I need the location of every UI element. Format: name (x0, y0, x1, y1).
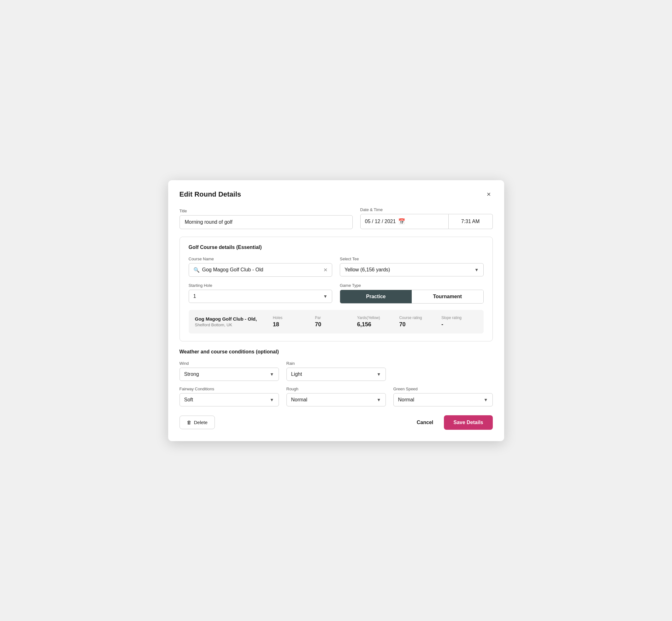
delete-button[interactable]: 🗑 Delete (179, 416, 215, 429)
search-icon: 🔍 (194, 267, 200, 273)
datetime-label: Date & Time (360, 207, 493, 212)
course-rating-stat: Course rating 70 (393, 316, 435, 328)
yards-value: 6,156 (357, 321, 371, 328)
top-row: Title Date & Time 05 / 12 / 2021 📅 7:31 … (179, 207, 493, 229)
modal-header: Edit Round Details × (179, 190, 493, 199)
select-tee-field: Select Tee Yellow (6,156 yards) ▼ (340, 256, 484, 277)
par-stat: Par 70 (308, 316, 351, 328)
starting-hole-field: Starting Hole 1 ▼ (189, 283, 333, 303)
course-info-bar: Gog Magog Golf Club - Old, Shelford Bott… (189, 310, 484, 334)
date-value: 05 / 12 / 2021 (365, 219, 396, 224)
chevron-down-icon-fairway: ▼ (270, 397, 274, 402)
yards-stat: Yards(Yellow) 6,156 (351, 316, 393, 328)
wind-dropdown[interactable]: Strong ▼ (179, 368, 279, 381)
chevron-down-icon-2: ▼ (323, 294, 328, 299)
delete-label: Delete (194, 420, 208, 425)
footer-row: 🗑 Delete Cancel Save Details (179, 415, 493, 430)
golf-section-title: Golf Course details (Essential) (189, 245, 484, 250)
title-input[interactable] (179, 215, 353, 229)
course-name-input-box[interactable]: 🔍 Gog Magog Golf Club - Old ✕ (189, 263, 333, 277)
course-name-block: Gog Magog Golf Club - Old, Shelford Bott… (195, 316, 266, 327)
rain-dropdown[interactable]: Light ▼ (287, 368, 386, 381)
fairway-rough-green-row: Fairway Conditions Soft ▼ Rough Normal ▼… (179, 386, 493, 406)
wind-label: Wind (179, 361, 279, 366)
golf-course-section: Golf Course details (Essential) Course N… (179, 237, 493, 341)
rough-value: Normal (291, 397, 307, 403)
chevron-down-icon-rough: ▼ (377, 397, 381, 402)
chevron-down-icon-wind: ▼ (270, 372, 274, 377)
fairway-field: Fairway Conditions Soft ▼ (179, 386, 279, 406)
close-button[interactable]: × (485, 190, 493, 199)
title-field-group: Title (179, 209, 353, 229)
par-value: 70 (315, 321, 321, 328)
slope-rating-stat: Slope rating - (435, 316, 477, 328)
holes-label: Holes (273, 316, 283, 320)
course-tee-row: Course Name 🔍 Gog Magog Golf Club - Old … (189, 256, 484, 277)
edit-round-modal: Edit Round Details × Title Date & Time 0… (168, 180, 504, 441)
rain-label: Rain (287, 361, 386, 366)
rain-field: Rain Light ▼ (287, 361, 386, 381)
fairway-value: Soft (184, 397, 193, 403)
calendar-icon: 📅 (398, 218, 405, 225)
green-speed-label: Green Speed (393, 386, 493, 391)
save-button[interactable]: Save Details (444, 415, 493, 430)
hole-gametype-row: Starting Hole 1 ▼ Game Type Practice Tou… (189, 283, 484, 303)
green-speed-field: Green Speed Normal ▼ (393, 386, 493, 406)
game-type-label: Game Type (340, 283, 484, 288)
cancel-button[interactable]: Cancel (414, 416, 436, 429)
chevron-down-icon-green: ▼ (484, 397, 488, 402)
chevron-down-icon: ▼ (474, 267, 479, 272)
wind-rain-row: Wind Strong ▼ Rain Light ▼ (179, 361, 493, 381)
footer-right: Cancel Save Details (414, 415, 493, 430)
rough-dropdown[interactable]: Normal ▼ (287, 393, 386, 406)
time-value: 7:31 AM (461, 219, 480, 224)
green-speed-dropdown[interactable]: Normal ▼ (393, 393, 493, 406)
game-type-toggle: Practice Tournament (340, 290, 484, 303)
weather-section-title: Weather and course conditions (optional) (179, 349, 493, 355)
starting-hole-dropdown[interactable]: 1 ▼ (189, 290, 333, 303)
rough-label: Rough (287, 386, 386, 391)
yards-label: Yards(Yellow) (357, 316, 380, 320)
rough-field: Rough Normal ▼ (287, 386, 386, 406)
tournament-toggle-button[interactable]: Tournament (412, 290, 483, 303)
holes-value: 18 (273, 321, 279, 328)
rain-value: Light (291, 371, 302, 377)
wind-field: Wind Strong ▼ (179, 361, 279, 381)
weather-section: Weather and course conditions (optional)… (179, 349, 493, 406)
course-name-label: Course Name (189, 256, 333, 261)
starting-hole-label: Starting Hole (189, 283, 333, 288)
holes-stat: Holes 18 (266, 316, 309, 328)
wind-value: Strong (184, 371, 199, 377)
course-info-name: Gog Magog Golf Club - Old, (195, 316, 266, 322)
fairway-dropdown[interactable]: Soft ▼ (179, 393, 279, 406)
starting-hole-value: 1 (194, 293, 196, 299)
select-tee-value: Yellow (6,156 yards) (344, 267, 390, 273)
game-type-field: Game Type Practice Tournament (340, 283, 484, 303)
modal-title: Edit Round Details (179, 190, 241, 199)
datetime-field-group: Date & Time 05 / 12 / 2021 📅 7:31 AM (360, 207, 493, 229)
course-rating-value: 70 (399, 321, 406, 328)
course-info-location: Shelford Bottom, UK (195, 323, 266, 327)
fairway-label: Fairway Conditions (179, 386, 279, 391)
practice-toggle-button[interactable]: Practice (340, 290, 412, 303)
title-label: Title (179, 209, 353, 213)
par-label: Par (315, 316, 321, 320)
course-rating-label: Course rating (399, 316, 422, 320)
date-input-box[interactable]: 05 / 12 / 2021 📅 (360, 214, 449, 229)
green-speed-value: Normal (398, 397, 415, 403)
time-input-box[interactable]: 7:31 AM (449, 214, 493, 229)
chevron-down-icon-rain: ▼ (377, 372, 381, 377)
datetime-fields: 05 / 12 / 2021 📅 7:31 AM (360, 214, 493, 229)
select-tee-label: Select Tee (340, 256, 484, 261)
course-name-value: Gog Magog Golf Club - Old (202, 267, 321, 273)
slope-rating-label: Slope rating (442, 316, 462, 320)
clear-icon[interactable]: ✕ (323, 267, 328, 273)
course-name-field: Course Name 🔍 Gog Magog Golf Club - Old … (189, 256, 333, 277)
select-tee-dropdown[interactable]: Yellow (6,156 yards) ▼ (340, 263, 484, 277)
slope-rating-value: - (442, 321, 443, 328)
trash-icon: 🗑 (187, 420, 192, 425)
